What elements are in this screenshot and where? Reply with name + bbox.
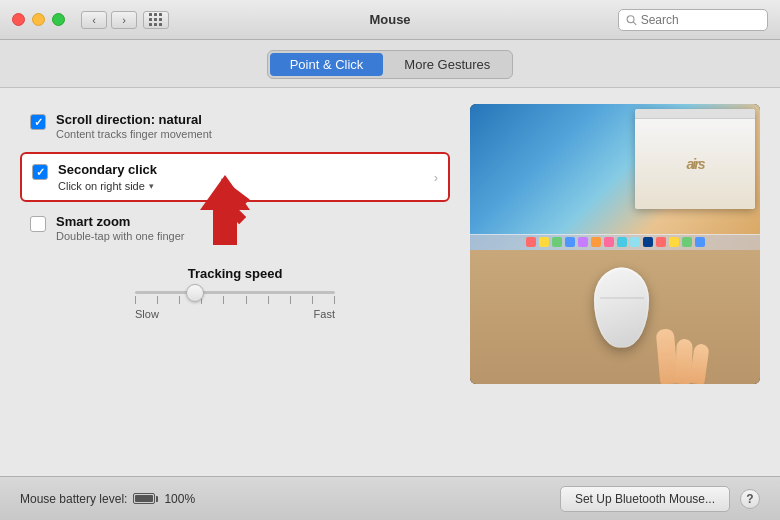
smart-zoom-checkbox[interactable]	[30, 216, 46, 232]
tick-2	[157, 296, 158, 304]
tick-1	[135, 296, 136, 304]
fake-app-window: airs	[635, 109, 755, 209]
tab-point-click[interactable]: Point & Click	[270, 53, 384, 76]
tab-more-gestures[interactable]: More Gestures	[384, 53, 510, 76]
scroll-direction-checkbox[interactable]: ✓	[30, 114, 46, 130]
battery-fill	[135, 495, 153, 502]
slow-label: Slow	[135, 308, 159, 320]
svg-line-1	[633, 21, 636, 24]
secondary-click-checkbox[interactable]: ✓	[32, 164, 48, 180]
secondary-click-title: Secondary click	[58, 162, 157, 177]
scroll-direction-title: Scroll direction: natural	[56, 112, 212, 127]
mac-screenshot: airs	[470, 104, 760, 250]
tracking-label: Tracking speed	[188, 266, 283, 281]
dock-icon-8	[630, 237, 640, 247]
tick-9	[312, 296, 313, 304]
dropdown-label: Click on right side	[58, 180, 145, 192]
dock-icon-6	[604, 237, 614, 247]
click-side-dropdown[interactable]: Click on right side ▾	[58, 180, 154, 192]
fake-window-titlebar	[635, 109, 755, 119]
dock-icon-5	[591, 237, 601, 247]
dock-bar	[470, 234, 760, 250]
window-title: Mouse	[369, 12, 410, 27]
smart-zoom-checkbox-wrap	[30, 216, 46, 232]
smart-zoom-title: Smart zoom	[56, 214, 184, 229]
fake-window-content: airs	[635, 119, 755, 209]
setup-bluetooth-button[interactable]: Set Up Bluetooth Mouse...	[560, 486, 730, 512]
maximize-button[interactable]	[52, 13, 65, 26]
close-button[interactable]	[12, 13, 25, 26]
check-icon-2: ✓	[36, 167, 45, 178]
chevron-right-icon: ›	[434, 170, 438, 185]
scroll-direction-text: Scroll direction: natural Content tracks…	[56, 112, 212, 140]
secondary-click-text: Secondary click Click on right side ▾	[58, 162, 157, 192]
slider-track	[135, 291, 335, 294]
smart-zoom-subtitle: Double-tap with one finger	[56, 230, 184, 242]
dropdown-arrow-icon: ▾	[149, 181, 154, 191]
traffic-lights	[12, 13, 65, 26]
battery-icon	[133, 493, 158, 504]
grid-icon	[149, 13, 163, 27]
dock-icon-1	[539, 237, 549, 247]
secondary-click-checkbox-wrap: ✓	[32, 164, 48, 180]
tabs-container: Point & Click More Gestures	[267, 50, 514, 79]
tick-10	[334, 296, 335, 304]
magic-mouse	[594, 267, 649, 347]
search-icon	[626, 14, 637, 26]
smart-zoom-row: Smart zoom Double-tap with one finger	[20, 206, 450, 250]
forward-button[interactable]: ›	[111, 11, 137, 29]
search-input[interactable]	[641, 13, 760, 27]
dock-icon-12	[682, 237, 692, 247]
check-icon: ✓	[34, 117, 43, 128]
slider-labels: Slow Fast	[135, 308, 335, 320]
tick-7	[268, 296, 269, 304]
mouse-line	[600, 298, 644, 299]
battery-body	[133, 493, 155, 504]
tick-8	[290, 296, 291, 304]
slider-thumb[interactable]	[186, 284, 204, 302]
right-panel: airs	[470, 104, 760, 384]
dock-icon-10	[656, 237, 666, 247]
tick-5	[223, 296, 224, 304]
dock-icon-7	[617, 237, 627, 247]
scroll-direction-checkbox-wrap: ✓	[30, 114, 46, 130]
scroll-direction-subtitle: Content tracks finger movement	[56, 128, 212, 140]
help-button[interactable]: ?	[740, 489, 760, 509]
tabs-bar: Point & Click More Gestures	[0, 40, 780, 88]
nav-buttons: ‹ ›	[81, 11, 137, 29]
mouse-hand-area	[470, 250, 760, 384]
dock-icon-13	[695, 237, 705, 247]
search-box[interactable]	[618, 9, 768, 31]
dock-icon-4	[578, 237, 588, 247]
left-panel: ✓ Scroll direction: natural Content trac…	[20, 104, 450, 460]
battery-label: Mouse battery level:	[20, 492, 127, 506]
tick-6	[246, 296, 247, 304]
tracking-section: Tracking speed Sl	[20, 266, 450, 320]
back-button[interactable]: ‹	[81, 11, 107, 29]
dropdown-row: Click on right side ▾	[58, 180, 157, 192]
battery-tip	[156, 496, 158, 502]
dock-icon-0	[526, 237, 536, 247]
slider-ticks	[135, 296, 335, 304]
dock-icon-3	[565, 237, 575, 247]
titlebar: ‹ › Mouse	[0, 0, 780, 40]
battery-section: Mouse battery level: 100%	[20, 492, 195, 506]
minimize-button[interactable]	[32, 13, 45, 26]
grid-view-button[interactable]	[143, 11, 169, 29]
dock-icon-11	[669, 237, 679, 247]
hand-area	[650, 314, 730, 384]
fast-label: Fast	[314, 308, 335, 320]
bottom-bar: Mouse battery level: 100% Set Up Bluetoo…	[0, 476, 780, 520]
dock-icon-9	[643, 237, 653, 247]
scroll-direction-row: ✓ Scroll direction: natural Content trac…	[20, 104, 450, 148]
content-area: ✓ Scroll direction: natural Content trac…	[0, 88, 780, 476]
tick-3	[179, 296, 180, 304]
battery-percent: 100%	[164, 492, 195, 506]
secondary-click-row: ✓ Secondary click Click on right side ▾ …	[20, 152, 450, 202]
dock-icon-2	[552, 237, 562, 247]
smart-zoom-text: Smart zoom Double-tap with one finger	[56, 214, 184, 242]
slider-container: Slow Fast	[135, 291, 335, 320]
